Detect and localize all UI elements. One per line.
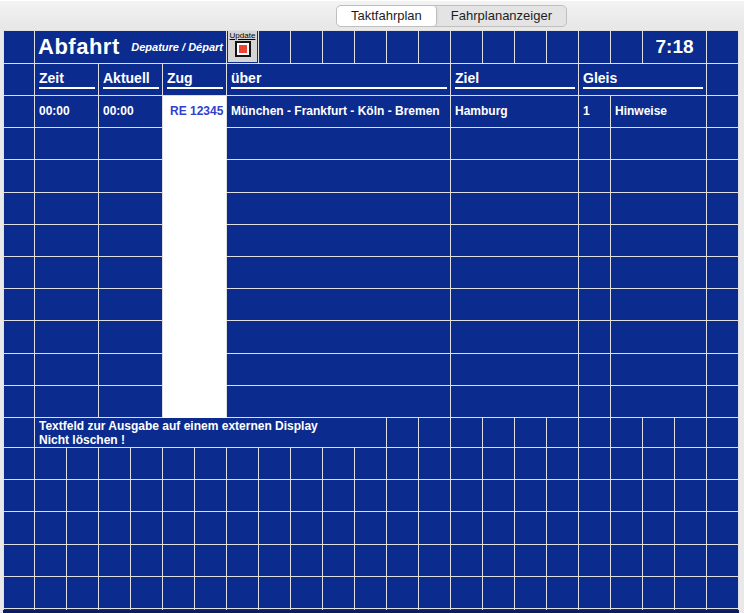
grid-cell <box>227 577 259 609</box>
external-display-textfield[interactable]: Textfeld zur Ausgabe auf einem externen … <box>35 418 387 448</box>
grid-cell <box>35 577 67 609</box>
grid-cell <box>99 448 131 480</box>
grid-cell <box>99 225 163 257</box>
grid-cell <box>643 448 675 480</box>
grid-cell <box>579 225 611 257</box>
grid-cell <box>355 480 387 512</box>
departure-zeit[interactable]: 00:00 <box>35 96 99 128</box>
grid-cell <box>707 354 739 386</box>
grid-cell <box>3 64 35 96</box>
grid-cell <box>483 30 515 64</box>
grid-cell <box>579 193 611 225</box>
grid-cell <box>611 418 643 448</box>
grid-cell <box>707 480 739 512</box>
grid-cell <box>387 448 419 480</box>
grid-cell <box>515 448 547 480</box>
grid-cell <box>163 386 227 418</box>
grid-cell <box>451 577 483 609</box>
grid-cell <box>227 386 451 418</box>
grid-cell <box>227 480 259 512</box>
grid-cell <box>451 289 579 321</box>
grid-cell <box>451 480 483 512</box>
grid-cell <box>579 386 611 418</box>
grid-cell <box>675 448 707 480</box>
grid-cell <box>707 96 739 128</box>
grid-cell <box>387 577 419 609</box>
grid-cell <box>227 193 451 225</box>
grid-cell <box>99 193 163 225</box>
empty-timetable-row <box>3 321 739 353</box>
departure-destination[interactable]: Hamburg <box>451 96 579 128</box>
grid-cell <box>163 289 227 321</box>
grid-cell <box>707 321 739 353</box>
grid-cell <box>35 480 67 512</box>
grid-cell <box>227 225 451 257</box>
grid-cell <box>611 448 643 480</box>
grid-cell <box>227 289 451 321</box>
grid-cell <box>579 289 611 321</box>
grid-cell <box>35 448 67 480</box>
grid-cell <box>195 448 227 480</box>
grid-cell <box>35 545 67 577</box>
app-window: Taktfahrplan Fahrplananzeiger Abfahrt De… <box>0 0 744 613</box>
grid-cell <box>355 577 387 609</box>
departure-hinweis[interactable]: Hinweise <box>611 96 707 128</box>
grid-cell <box>3 512 35 544</box>
departure-platform[interactable]: 1 <box>579 96 611 128</box>
grid-cell <box>3 96 35 128</box>
grid-cell <box>35 160 99 192</box>
header-aktuell: Aktuell <box>99 64 163 96</box>
grid-cell <box>419 545 451 577</box>
departure-via[interactable]: München - Frankfurt - Köln - Bremen <box>227 96 451 128</box>
grid-cell <box>611 257 707 289</box>
grid-cell <box>419 418 451 448</box>
grid-cell <box>355 30 387 64</box>
update-button-label: Update <box>230 31 256 40</box>
grid-cell <box>515 30 547 64</box>
grid-cell <box>707 257 739 289</box>
grid-cell <box>707 545 739 577</box>
tab-bar: Taktfahrplan Fahrplananzeiger <box>0 0 744 29</box>
update-button[interactable]: Update <box>228 31 257 62</box>
grid-cell <box>707 193 739 225</box>
grid-cell <box>3 480 35 512</box>
bottom-grid-row <box>3 577 739 609</box>
page-subtitle: Depature / Départ <box>131 41 226 53</box>
grid-cell <box>67 448 99 480</box>
grid-cell <box>611 512 643 544</box>
grid-cell <box>259 512 291 544</box>
grid-cell <box>419 512 451 544</box>
grid-cell <box>547 448 579 480</box>
grid-cell <box>611 386 707 418</box>
grid-cell <box>611 321 707 353</box>
empty-timetable-row <box>3 160 739 192</box>
grid-cell <box>451 354 579 386</box>
grid-cell <box>483 512 515 544</box>
board-title-cell: Abfahrt Depature / Départ <box>35 30 227 64</box>
grid-cell <box>675 512 707 544</box>
grid-cell <box>611 289 707 321</box>
tab-fahrplananzeiger[interactable]: Fahrplananzeiger <box>437 6 566 26</box>
grid-cell <box>3 545 35 577</box>
grid-cell <box>227 321 451 353</box>
grid-cell <box>3 418 35 448</box>
grid-cell <box>3 354 35 386</box>
grid-cell <box>291 545 323 577</box>
grid-cell <box>611 577 643 609</box>
header-zeit: Zeit <box>35 64 99 96</box>
grid-cell <box>675 418 707 448</box>
grid-cell <box>35 193 99 225</box>
tab-taktfahrplan[interactable]: Taktfahrplan <box>337 6 437 26</box>
departure-aktuell[interactable]: 00:00 <box>99 96 163 128</box>
grid-cell <box>3 577 35 609</box>
grid-cell <box>323 545 355 577</box>
grid-cell <box>643 512 675 544</box>
departure-row: 00:00 00:00 RE 12345 München - Frankfurt… <box>3 96 739 128</box>
grid-cell <box>547 418 579 448</box>
grid-cell <box>323 30 355 64</box>
grid-cell <box>451 448 483 480</box>
grid-cell <box>611 545 643 577</box>
bottom-grid-row <box>3 480 739 512</box>
departure-train-number[interactable]: RE 12345 <box>163 96 227 128</box>
grid-cell <box>3 30 35 64</box>
